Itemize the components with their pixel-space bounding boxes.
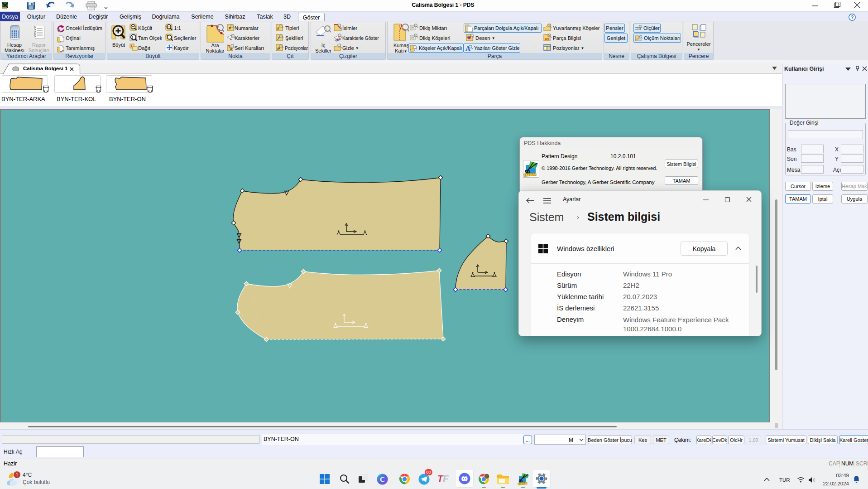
svg-text:#: # (229, 26, 231, 30)
svg-text:?: ? (851, 15, 854, 20)
svg-text:123: 123 (545, 38, 550, 40)
svg-text:#: # (277, 26, 279, 31)
svg-text:#: # (230, 47, 232, 51)
svg-text:C: C (380, 476, 385, 483)
svg-text:A: A (465, 45, 470, 52)
svg-text:1:1: 1:1 (167, 25, 171, 29)
